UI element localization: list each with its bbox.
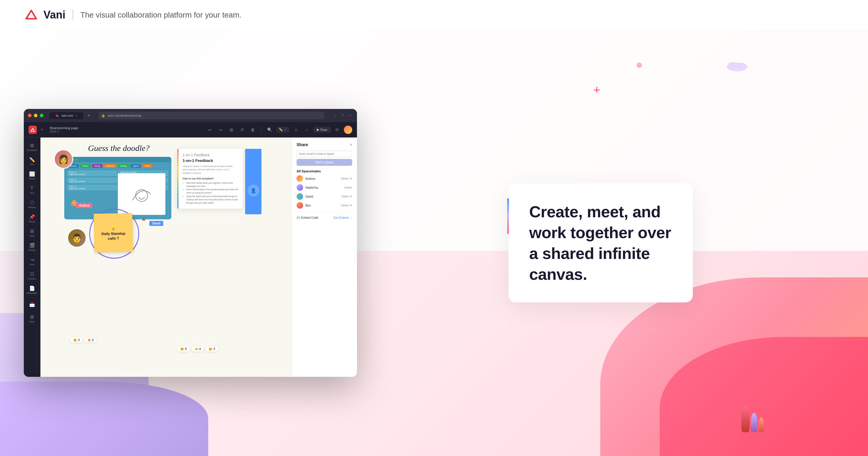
sidebar-item-webpages[interactable]: 📄 Webpages [26, 284, 38, 296]
header-tagline: The visual collaboration platform for yo… [80, 10, 242, 20]
embed-code-row: ⟨/⟩ Embed Code Get Embed → [297, 216, 352, 219]
share-role-nadia: Owner [344, 186, 352, 189]
share-member-andrea-info: Andrea [297, 175, 315, 182]
browser-new-tab-btn[interactable]: + [88, 113, 90, 118]
feedback-avatar: 👤 [247, 184, 259, 196]
quiz-option-5[interactable]: Hobby [118, 164, 129, 168]
browser-dot-red[interactable] [28, 114, 32, 117]
browser-star-icon[interactable]: ☆ [333, 113, 337, 118]
feedback-title: 1-on-1 Feedback [183, 158, 239, 163]
share-member-david-info: David [297, 193, 313, 200]
sidebar-item-shapes[interactable]: ⬡ Shapes [26, 198, 38, 210]
svg-marker-5 [31, 128, 34, 131]
emoji-pill-5: 😊 3 [206, 346, 218, 351]
feedback-tag: 1-on-1 Feedback [183, 153, 239, 157]
sidebar-item-share[interactable]: 📩 [26, 298, 38, 310]
navbar-refresh-btn[interactable]: ↺ [238, 125, 246, 134]
share-panel-header: Share × [297, 142, 352, 147]
sidebar-item-media[interactable]: 🎬 Media [26, 241, 38, 253]
browser-tab-label: vani.com [61, 114, 73, 117]
quiz-answer-3: Player 2 Type your answer [67, 177, 117, 183]
sidebar-item-apps[interactable]: ⊞ Apps [26, 313, 38, 324]
navbar-cursor-btn[interactable]: ⊹ [292, 125, 300, 134]
sidebar-item-flow[interactable]: ↝ Flow [26, 255, 38, 267]
main-content: 🔖 vani.com × + 🔒 vani.com/brainstorming … [0, 30, 868, 456]
navbar-search-btn[interactable]: 🔍 [266, 125, 274, 134]
sticky-note-container: 💡 Daily Standup calls ? [94, 213, 142, 261]
navbar-shape-btn[interactable]: ○ [303, 125, 311, 134]
sidebar-item-pen[interactable]: ✏️ Pen [26, 155, 38, 167]
app-layout: ⊞ Templates ✏️ Pen ⬜ Frame T Text ⬡ Sh [24, 138, 357, 377]
share-email-input[interactable] [297, 151, 352, 157]
breadcrumb-title: Brainstorming page [50, 126, 78, 130]
quiz-option-4[interactable]: Cartoon [103, 164, 117, 168]
sidebar-item-text[interactable]: T Text [26, 184, 38, 196]
share-member-david: David Editor ▼ [297, 193, 352, 200]
feedback-how-to: How to use this template? [183, 177, 239, 180]
navbar-pen-btn[interactable]: ✏️ ▼ [276, 127, 289, 133]
browser-more-icon[interactable]: ⋯ [348, 113, 353, 118]
emoji-reactions-1: 😊 3 🔥 6 [70, 338, 97, 343]
emoji-pill-1: 😊 3 [70, 338, 83, 343]
quiz-option-2[interactable]: Place [80, 164, 91, 168]
address-text: vani.com/brainstorming [107, 114, 141, 117]
quiz-answer-5: Player 3 Type your answer [67, 184, 117, 191]
sidebar-item-frame[interactable]: ⬜ Frame [26, 170, 38, 181]
browser-dot-yellow[interactable] [34, 114, 37, 117]
get-embed-link[interactable]: Get Embed → [334, 216, 352, 219]
andrea-label: Andrea [76, 203, 92, 208]
app-logo-small[interactable] [29, 125, 37, 134]
browser-address-bar[interactable]: 🔒 vani.com/brainstorming [98, 112, 324, 119]
navbar-grid-btn[interactable]: ⊞ [227, 125, 236, 134]
quiz-answer-1: Player 1 Type your answer [67, 170, 117, 176]
feedback-bullet-2: Give a brief answer to the questions/top… [186, 188, 239, 194]
share-avatar-nadia [297, 184, 303, 191]
navbar-avatar[interactable] [344, 125, 352, 134]
browser-share-icon[interactable]: ⤴ [340, 113, 345, 118]
feedback-card: 1-on-1 Feedback 1-on-1 Feedback Help you… [177, 149, 243, 209]
navbar-undo-btn[interactable]: ↩ [206, 125, 214, 134]
emoji-reactions-2: 😊 6 🤝 4 😊 3 [177, 346, 218, 351]
share-close-btn[interactable]: × [350, 142, 352, 147]
navbar-share-btn[interactable]: ⟳ [333, 125, 341, 134]
browser-tab-close[interactable]: × [75, 114, 78, 117]
sidebar: ⊞ Templates ✏️ Pen ⬜ Frame T Text ⬡ Sh [24, 138, 40, 377]
share-member-nadia: NadiaYou Owner [297, 184, 352, 191]
sidebar-item-embed[interactable]: ⊡ Embed [26, 270, 38, 282]
sidebar-item-templates[interactable]: ⊞ Templates [26, 141, 38, 153]
feedback-blue-panel: 👤 [245, 149, 261, 214]
navbar-redo-btn[interactable]: ↪ [217, 125, 225, 134]
flow-label: Flow [320, 128, 327, 132]
david-avatar-canvas: 👨 [67, 228, 87, 248]
share-role-andrea: Viewer ▼ [341, 177, 352, 180]
feedback-bullet-3: Share the Space with your mentor/teammat… [186, 195, 239, 205]
share-avatar-ben [297, 202, 303, 209]
app-breadcrumb: Brainstorming page Zone 1 [50, 126, 78, 133]
sidebar-item-sticky[interactable]: 📌 Sticky [26, 212, 38, 224]
canvas-area[interactable]: Guess the doodle? Words Place Song Ca [40, 138, 357, 377]
quiz-option-6[interactable]: Sport [131, 164, 141, 168]
share-divider [297, 212, 352, 212]
logo-container: Vani [24, 7, 65, 22]
emoji-pill-4: 🤝 4 [192, 346, 204, 351]
share-role-ben: Viewer ▼ [341, 204, 352, 207]
quiz-option-7[interactable]: Food [142, 164, 152, 168]
sticky-note-icon: 💡 [111, 225, 116, 230]
navbar-flow-btn[interactable]: ▶ Flow [313, 126, 331, 133]
navbar-delete-btn[interactable]: 🗑 [249, 125, 257, 134]
feedback-accent-bar [177, 149, 179, 209]
hero-panel: Create, meet, and work together over a s… [357, 166, 844, 320]
share-panel-title: Share [297, 142, 308, 147]
hero-accent-bar [507, 198, 509, 234]
header-divider [72, 9, 73, 20]
quiz-dot-3 [75, 158, 78, 161]
feedback-bullet-1: Add some details about your agenda, curr… [186, 181, 239, 188]
browser-dot-green[interactable] [40, 114, 43, 117]
share-add-btn[interactable]: Add to Space [297, 159, 352, 166]
hero-text: Create, meet, and work together over a s… [529, 201, 672, 285]
emoji-pill-2: 🔥 6 [85, 338, 97, 343]
quiz-option-3[interactable]: Song [92, 164, 102, 168]
sidebar-item-table[interactable]: ⊞ Table [26, 227, 38, 239]
navbar-tools: ↩ ↪ ⊞ ↺ 🗑 🔍 ✏️ ▼ ⊹ ○ ▶ Flow ⟳ [206, 125, 352, 134]
browser-tab[interactable]: 🔖 vani.com × [50, 112, 83, 119]
